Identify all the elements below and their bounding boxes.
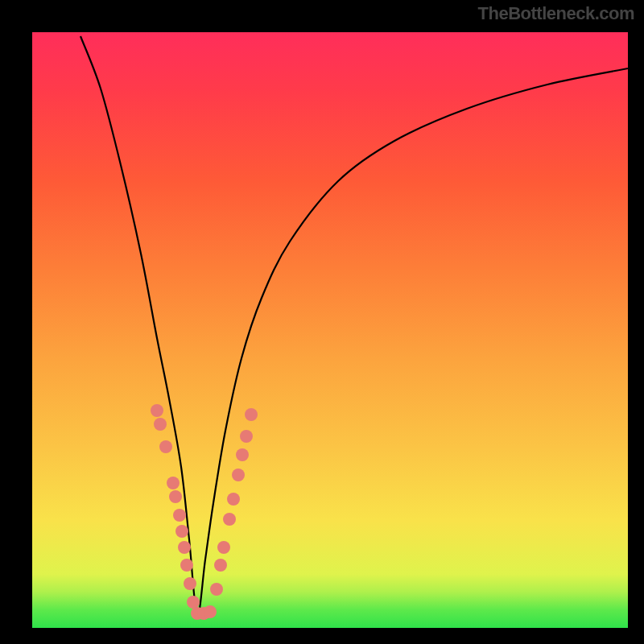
highlight-dot (169, 490, 182, 503)
highlight-dot (178, 541, 191, 554)
highlight-dot (187, 596, 200, 609)
highlight-dot (159, 440, 172, 453)
highlight-dot (175, 525, 188, 538)
highlight-dot (180, 559, 193, 572)
highlight-dot (245, 408, 258, 421)
watermark-text: TheBottleneck.com (478, 3, 634, 24)
highlight-dot (223, 513, 236, 526)
highlight-dot (232, 469, 245, 481)
highlight-dot (214, 559, 227, 572)
highlight-dot (204, 605, 217, 618)
highlight-dot (151, 404, 163, 417)
highlight-dot (240, 430, 253, 443)
chart-svg (32, 32, 628, 628)
highlight-dot (154, 418, 167, 431)
bottleneck-curve (80, 36, 628, 616)
highlight-dot (227, 493, 240, 506)
highlight-dot (236, 448, 249, 461)
highlight-dot (167, 477, 180, 489)
highlight-dot (217, 541, 230, 554)
highlight-dot (210, 583, 223, 596)
highlight-dots (151, 404, 258, 620)
highlight-dot (173, 509, 186, 522)
highlight-dot (184, 577, 196, 590)
chart-plot-area (32, 32, 628, 628)
